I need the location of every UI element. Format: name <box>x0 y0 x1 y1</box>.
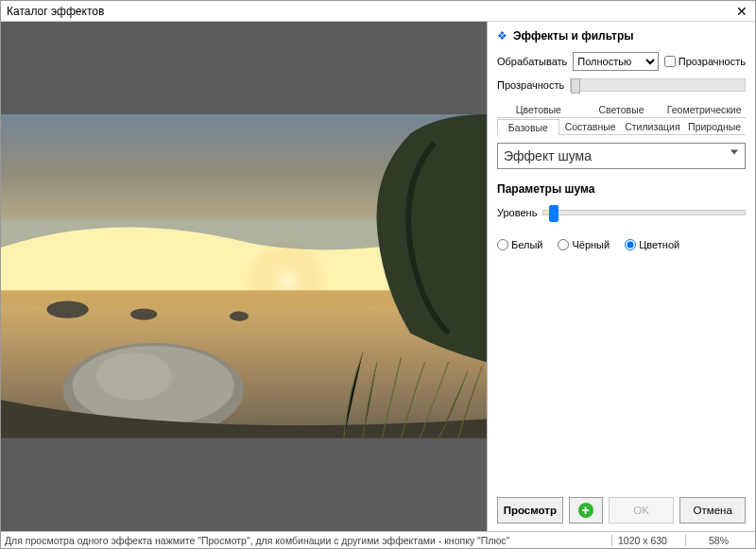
tab-geometric[interactable]: Геометрические <box>662 101 746 117</box>
tab-row-2: Базовые Составные Стилизация Природные <box>497 118 746 135</box>
titlebar: Каталог эффектов ✕ <box>1 1 755 22</box>
tab-natural[interactable]: Природные <box>683 118 746 134</box>
plus-icon: + <box>578 503 593 518</box>
diamond-icon: ❖ <box>497 29 507 43</box>
status-dimensions: 1020 x 630 <box>611 535 679 546</box>
radio-color[interactable]: Цветной <box>625 239 679 250</box>
svg-point-8 <box>96 352 173 400</box>
process-row: Обрабатывать Полностью Прозрачность <box>497 52 746 71</box>
svg-point-5 <box>230 312 249 321</box>
noise-params-title: Параметры шума <box>497 182 746 196</box>
process-label: Обрабатывать <box>497 56 567 67</box>
svg-point-4 <box>130 309 157 320</box>
radio-white[interactable]: Белый <box>497 239 542 250</box>
level-slider[interactable] <box>542 210 746 215</box>
opacity-slider[interactable] <box>570 78 746 92</box>
level-label: Уровень <box>497 207 537 218</box>
button-row: Просмотр + OK Отмена <box>497 497 746 523</box>
cancel-button[interactable]: Отмена <box>679 497 746 523</box>
effect-select[interactable]: Эффект шума <box>497 143 746 169</box>
tab-light[interactable]: Световые <box>580 101 663 117</box>
status-percent: 58% <box>685 535 751 546</box>
status-message: Для просмотра одного эффекта нажмите "Пр… <box>5 535 606 546</box>
preview-pane <box>1 22 487 531</box>
panel-title: Эффекты и фильтры <box>513 29 634 43</box>
tab-color[interactable]: Цветовые <box>497 101 580 117</box>
transparency-checkbox-input[interactable] <box>664 56 676 67</box>
ok-button: OK <box>609 497 675 523</box>
level-row: Уровень <box>497 207 746 218</box>
radio-black[interactable]: Чёрный <box>558 239 610 250</box>
side-panel: ❖ Эффекты и фильтры Обрабатывать Полност… <box>487 22 755 531</box>
add-button[interactable]: + <box>569 497 603 523</box>
panel-header: ❖ Эффекты и фильтры <box>497 27 746 52</box>
opacity-row: Прозрачность <box>497 78 746 92</box>
tab-row-1: Цветовые Световые Геометрические <box>497 101 746 118</box>
level-slider-thumb[interactable] <box>549 205 558 222</box>
spacer <box>497 250 746 491</box>
close-icon[interactable]: ✕ <box>734 4 749 19</box>
window-title: Каталог эффектов <box>7 5 734 18</box>
tabs: Цветовые Световые Геометрические Базовые… <box>497 101 746 135</box>
transparency-checkbox-label: Прозрачность <box>679 56 746 67</box>
opacity-label: Прозрачность <box>497 79 564 91</box>
tab-stylize[interactable]: Стилизация <box>622 118 684 134</box>
effect-select-wrap: Эффект шума <box>497 135 746 169</box>
opacity-slider-thumb[interactable] <box>571 78 580 94</box>
noise-type-radios: Белый Чёрный Цветной <box>497 239 746 250</box>
transparency-checkbox[interactable]: Прозрачность <box>664 56 746 67</box>
main: ❖ Эффекты и фильтры Обрабатывать Полност… <box>1 22 755 531</box>
preview-button[interactable]: Просмотр <box>497 497 563 523</box>
tab-basic[interactable]: Базовые <box>497 119 559 135</box>
statusbar: Для просмотра одного эффекта нажмите "Пр… <box>1 531 755 548</box>
tab-composite[interactable]: Составные <box>559 118 622 134</box>
preview-image <box>1 114 487 438</box>
svg-point-3 <box>46 301 88 318</box>
process-mode-select[interactable]: Полностью <box>573 52 658 71</box>
